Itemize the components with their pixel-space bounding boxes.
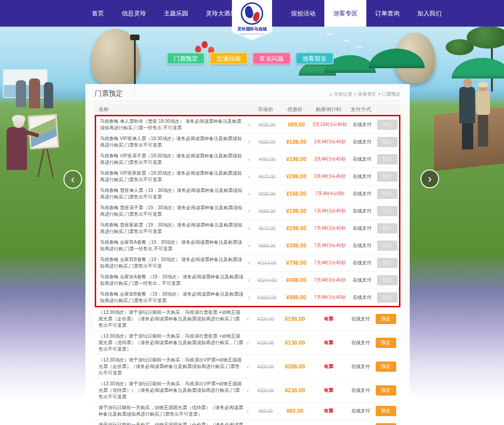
ticket-name-text: 马戏春晚 单人票秒杀（普座 19:30场次） 请务必阅读票种备注及购票须知再进行… xyxy=(100,119,241,130)
nav-item-缤纷活动[interactable]: 缤纷活动 xyxy=(282,0,324,27)
chevron-down-icon[interactable]: ∨ xyxy=(247,191,251,197)
book-button[interactable]: 预定 xyxy=(377,292,398,303)
book-button[interactable]: 预定 xyxy=(377,137,398,147)
chevron-down-icon[interactable]: ∨ xyxy=(247,121,251,128)
ticket-name-text: 马戏春晚 普座亲子票（19：30场次）请务必阅读票种备注及购票须知再进行购买,门… xyxy=(100,205,242,217)
nav-item-主题乐园[interactable]: 主题乐园 xyxy=(155,0,197,27)
hero-quick-links: 门票预定交通指南常见问题游客留言 xyxy=(167,52,334,64)
column-header-discount-price: 优惠价 xyxy=(280,106,309,113)
hero-button[interactable]: 游客留言 xyxy=(295,52,334,64)
hero-button[interactable]: 交通指南 xyxy=(210,52,248,64)
book-button[interactable]: 预定 xyxy=(377,223,398,234)
chevron-down-icon[interactable]: ∨ xyxy=(246,363,249,370)
action-cell: 预定 xyxy=(375,171,399,182)
table-row: 马戏春晚 合家欢A套餐 （19：30场次） 请务必阅读票种备注及购票须知再进行购… xyxy=(96,271,399,289)
book-button[interactable]: 预定 xyxy=(376,423,396,425)
book-button[interactable]: 预定 xyxy=(376,361,396,372)
ticket-name[interactable]: 马戏春晚 普座亲子票（19：30场次）请务必阅读票种备注及购票须知再进行购买,门… xyxy=(96,205,252,218)
chevron-down-icon[interactable]: ∨ xyxy=(247,294,251,301)
action-cell: 预定 xyxy=(375,154,399,164)
ticket-name[interactable]: 请于游玩日期前一天购买，动物王国观光票（全价票）（请务必阅读票种备注及购票须知再… xyxy=(95,422,251,425)
column-header-countdown: 购票倒计时 xyxy=(309,106,348,113)
chevron-down-icon[interactable]: ∨ xyxy=(247,242,251,249)
chevron-down-icon[interactable]: ∨ xyxy=(246,340,249,346)
table-row: 马戏春晚 合家欢B套餐 （19：30场次） 请务必阅读票种备注及购票须知再进行购… xyxy=(96,289,399,306)
book-button[interactable]: 预定 xyxy=(377,206,398,216)
ticket-name[interactable]: 马戏春晚 普座家庭票（19：30场次）请务必阅读票种备注及购票须知再进行购买,门… xyxy=(96,222,252,235)
market-price: ¥1652.00 xyxy=(252,295,282,300)
chevron-down-icon[interactable]: ∨ xyxy=(246,408,249,414)
payment-method: 在线支付 xyxy=(349,191,375,197)
chevron-down-icon[interactable]: ∨ xyxy=(247,156,251,163)
nav-item-游客专区[interactable]: 游客专区 xyxy=(324,0,366,27)
discount-price: ¥898.00 xyxy=(282,294,311,301)
ticket-name[interactable]: 马戏春晚 VIP座单人票（19:30场次）请务必阅读票种备注及购票须知再进行购买… xyxy=(96,135,252,149)
ticket-name[interactable]: 马戏春晚 单人票秒杀（普座 19:30场次） 请务必阅读票种备注及购票须知再进行… xyxy=(96,118,252,131)
chevron-down-icon[interactable]: ∨ xyxy=(246,316,249,322)
payment-method: 在线支付 xyxy=(349,225,375,232)
book-button[interactable]: 预定 xyxy=(377,275,398,285)
chevron-down-icon[interactable]: ∨ xyxy=(247,277,251,283)
ticket-name[interactable]: （13:30场次）请于游玩日期前一天购买：马戏演出VIP票+动物王国观光票（优待… xyxy=(95,381,251,400)
ticket-name-text: 马戏春晚 合家双A套餐（19：30场次） 请务必阅读票种备注及购票须知再进行购,… xyxy=(100,240,242,251)
countdown: 7天4时4分8秒 xyxy=(311,191,349,197)
chevron-down-icon[interactable]: ∨ xyxy=(247,225,251,232)
seagull-icon xyxy=(343,40,350,44)
market-price: ¥230.00 xyxy=(251,388,280,393)
ticket-name[interactable]: 请于游玩日期前一天购买，动物王国观光票（优待票）（请务必阅读票种备注及购票须知再… xyxy=(95,404,251,418)
carousel-next-button[interactable]: › xyxy=(420,170,439,188)
countdown: 7天4时3分45秒 xyxy=(311,208,349,214)
nav-item-信息灵玲[interactable]: 信息灵玲 xyxy=(113,0,155,27)
hero-button[interactable]: 常见问题 xyxy=(252,52,291,64)
book-button[interactable]: 预定 xyxy=(377,258,398,268)
countdown: 有票 xyxy=(309,316,348,322)
ticket-name[interactable]: 马戏春晚 合家双B套餐（19：30场次） 请务必阅读票种备注及购票须知再进行购买… xyxy=(96,256,252,269)
breadcrumb[interactable]: ⌂当前位置 > 游客专区 > 门票预定 xyxy=(329,91,400,98)
ticket-booking-panel: 门票预定 ⌂当前位置 > 游客专区 > 门票预定 名称 市场价 优惠价 购票倒计… xyxy=(85,84,410,425)
ticket-name-text: 马戏春晚 合家欢B套餐 （19：30场次） 请务必阅读票种备注及购票须知再进行购… xyxy=(100,291,243,303)
carousel-prev-button[interactable]: ‹ xyxy=(63,170,82,189)
ticket-name[interactable]: 马戏春晚 VIP座家庭票（19:30场次）请务必阅读票种备注及购票须知再进行购买… xyxy=(96,170,252,183)
book-button[interactable]: 预定 xyxy=(377,171,398,182)
nav-item-订单查询[interactable]: 订单查询 xyxy=(366,0,408,27)
ticket-name[interactable]: 马戏春晚 合家欢A套餐 （19：30场次） 请务必阅读票种备注及购票须知再进行购… xyxy=(96,274,252,287)
site-logo[interactable]: 灵玲国际马戏城 lingling International Circus xyxy=(232,0,272,40)
ticket-name[interactable]: （13:30场次）请于游玩日期前一天购买：马戏演出VIP票+动物王国观光票（全价… xyxy=(95,357,251,376)
book-button[interactable]: 预定 xyxy=(376,314,396,324)
chevron-down-icon[interactable]: ∨ xyxy=(247,173,251,180)
ticket-name[interactable]: 马戏春晚 合家欢B套餐 （19：30场次） 请务必阅读票种备注及购票须知再进行购… xyxy=(96,291,252,304)
countdown: 7天4时3分45秒 xyxy=(311,225,349,232)
market-price: ¥220.00 xyxy=(252,191,282,197)
market-price: ¥350.00 xyxy=(252,209,282,214)
book-button[interactable]: 预定 xyxy=(377,120,398,130)
payment-method: 在线支付 xyxy=(349,121,375,128)
discount-price: ¥198.00 xyxy=(282,156,311,163)
table-row: （13:30场次）请于游玩日期前一天购买：马戏演出普座票 +动物王国观光票（全价… xyxy=(95,307,400,331)
ticket-name[interactable]: 马戏春晚 合家双A套餐（19：30场次） 请务必阅读票种备注及购票须知再进行购,… xyxy=(96,239,252,252)
hero-button[interactable]: 门票预定 xyxy=(167,52,205,64)
countdown: 有票 xyxy=(309,408,348,414)
action-cell: 预定 xyxy=(375,275,399,285)
book-button[interactable]: 预定 xyxy=(377,154,398,164)
payment-method: 在线支付 xyxy=(349,294,375,301)
ticket-name-text: 马戏春晚 VIP座单人票（19:30场次）请务必阅读票种备注及购票须知再进行购买… xyxy=(100,136,242,148)
book-button[interactable]: 预定 xyxy=(376,406,396,416)
ticket-name[interactable]: （13:30场次）请于游玩日期前一天购买：马戏演出普座票 +动物王国观光票（优待… xyxy=(95,333,251,353)
table-row: 请于游玩日期前一天购买，动物王国观光票（全价票）（请务必阅读票种备注及购票须知再… xyxy=(95,419,400,425)
nav-item-加入我们[interactable]: 加入我们 xyxy=(408,0,450,27)
book-button[interactable]: 预定 xyxy=(377,241,398,251)
chevron-down-icon[interactable]: ∨ xyxy=(246,387,249,394)
chevron-down-icon[interactable]: ∨ xyxy=(247,260,251,266)
book-button[interactable]: 预定 xyxy=(377,189,398,199)
chevron-down-icon[interactable]: ∨ xyxy=(247,139,251,145)
chevron-down-icon[interactable]: ∨ xyxy=(247,208,251,214)
countdown: 3天4时3分45秒 xyxy=(311,173,349,180)
nav-item-首页[interactable]: 首页 xyxy=(83,0,113,27)
book-button[interactable]: 预定 xyxy=(376,385,396,396)
book-button[interactable]: 预定 xyxy=(376,338,396,348)
ticket-name[interactable]: 马戏春晚 普座单人票（19：30场次）请务必阅读票种备注及购票须知再进行购买,门… xyxy=(96,187,252,200)
ticket-name[interactable]: （13:30场次）请于游玩日期前一天购买：马戏演出普座票 +动物王国观光票（全价… xyxy=(95,309,251,329)
discount-price: ¥188.00 xyxy=(282,139,311,145)
table-row: 马戏春晚 VIP座单人票（19:30场次）请务必阅读票种备注及购票须知再进行购买… xyxy=(96,133,399,150)
ticket-name[interactable]: 马戏春晚 VIP座亲子票（19:30场次）请务必阅读票种备注及购票须知再进行购买… xyxy=(96,153,252,166)
